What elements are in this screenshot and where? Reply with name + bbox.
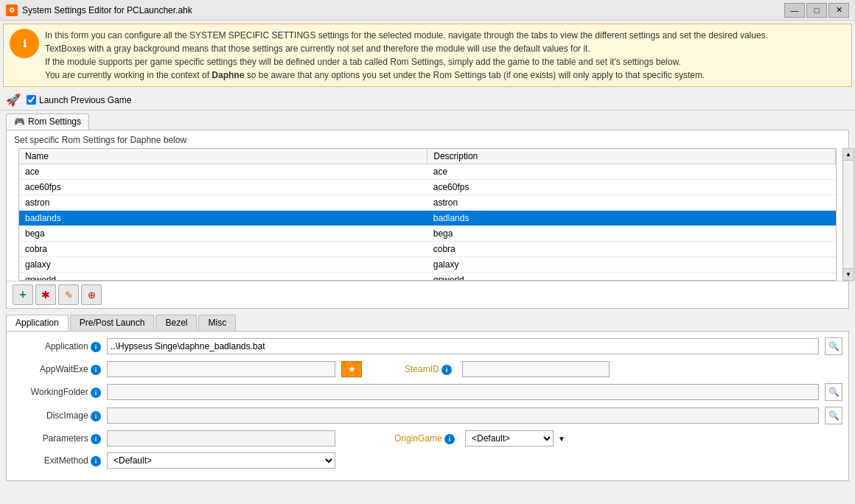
cell-description: badlands — [427, 211, 836, 226]
edit-row-button[interactable]: ✎ — [58, 284, 79, 305]
parameters-info-badge[interactable]: i — [91, 434, 101, 444]
rom-table-container[interactable]: Name Description aceaceace60fpsace60fpsa… — [18, 148, 837, 281]
exitmethod-select[interactable]: <Default> — [107, 452, 335, 469]
top-tabs: 🎮 Rom Settings — [0, 111, 855, 130]
tab-bezel[interactable]: Bezel — [156, 315, 197, 331]
info-text-block: In this form you can configure all the S… — [45, 29, 768, 82]
tab-misc-label: Misc — [208, 318, 226, 328]
edit-icon: ✎ — [65, 290, 73, 301]
table-row[interactable]: gpworldgpworld — [19, 273, 836, 281]
table-scrollbar[interactable]: ▲ ▼ — [842, 148, 854, 281]
cell-description: galaxy — [427, 257, 836, 273]
title-bar: ⚙ System Settings Editor for PCLauncher.… — [0, 0, 855, 21]
cell-name: ace60fps — [19, 180, 427, 195]
steamid-label: SteamID i — [368, 364, 456, 375]
tab-rom-settings-label: Rom Settings — [28, 116, 81, 127]
discimage-label: DiscImage i — [13, 410, 101, 421]
launch-previous-checkbox[interactable] — [27, 95, 36, 105]
cell-name: astron — [19, 195, 427, 211]
maximize-button[interactable]: □ — [806, 3, 827, 18]
info-line-2: TextBoxes with a gray background means t… — [45, 42, 768, 55]
scroll-up-btn[interactable]: ▲ — [843, 149, 854, 161]
discimage-search-icon: 🔍 — [828, 410, 840, 421]
tab-rom-settings[interactable]: 🎮 Rom Settings — [6, 113, 89, 130]
tab-application[interactable]: Application — [6, 315, 69, 331]
tab-pre-post-launch[interactable]: Pre/Post Launch — [70, 315, 155, 331]
steamid-info-badge[interactable]: i — [442, 365, 452, 375]
tab-misc[interactable]: Misc — [198, 315, 236, 331]
cell-description: ace — [427, 164, 836, 180]
rom-table: Name Description aceaceace60fpsace60fpsa… — [19, 149, 836, 281]
appwaitexe-star-button[interactable]: ★ — [341, 361, 362, 377]
discimage-info-badge[interactable]: i — [91, 411, 101, 421]
cell-name: ace — [19, 164, 427, 180]
appwaitexe-label: AppWaitExe i — [13, 364, 101, 375]
bottom-form: Application i 🔍 AppWaitExe i ★ SteamID i… — [6, 331, 849, 481]
table-row[interactable]: astronastron — [19, 195, 836, 211]
workingfolder-label: WorkingFolder i — [13, 387, 101, 398]
discimage-row: DiscImage i 🔍 — [13, 407, 842, 424]
table-row[interactable]: badlandsbadlands — [19, 211, 836, 226]
search-icon: 🔍 — [828, 341, 840, 351]
info-panel: ℹ In this form you can configure all the… — [3, 24, 852, 87]
application-row: Application i 🔍 — [13, 337, 842, 355]
close-button[interactable]: ✕ — [828, 3, 849, 18]
rom-settings-label: Set specific Rom Settings for Daphne bel… — [7, 130, 848, 148]
discimage-search-button[interactable]: 🔍 — [825, 407, 842, 424]
window-title: System Settings Editor for PCLauncher.ah… — [22, 5, 192, 15]
info-icon: ℹ — [10, 29, 39, 58]
tab-rom-settings-icon: 🎮 — [14, 116, 25, 127]
workingfolder-row: WorkingFolder i 🔍 — [13, 383, 842, 401]
info-icon-container: ℹ — [10, 29, 39, 58]
application-info-badge[interactable]: i — [91, 342, 101, 352]
workingfolder-search-icon: 🔍 — [828, 387, 840, 397]
appwaitexe-row: AppWaitExe i ★ SteamID i — [13, 361, 842, 377]
rocket-icon: 🚀 — [6, 93, 21, 107]
col-header-name: Name — [19, 149, 427, 164]
minimize-button[interactable]: — — [784, 3, 805, 18]
parameters-label: Parameters i — [13, 433, 101, 444]
add-row-button[interactable]: + — [13, 284, 33, 305]
cell-description: astron — [427, 195, 836, 211]
cell-name: cobra — [19, 242, 427, 257]
application-search-button[interactable]: 🔍 — [825, 337, 842, 355]
table-row[interactable]: cobracobra — [19, 242, 836, 257]
appwaitexe-info-badge[interactable]: i — [91, 365, 101, 375]
workingfolder-input[interactable] — [107, 384, 819, 400]
cell-description: ace60fps — [427, 180, 836, 195]
add-icon: + — [19, 288, 26, 301]
cell-description: cobra — [427, 242, 836, 257]
star-icon: ★ — [348, 364, 356, 374]
workingfolder-search-button[interactable]: 🔍 — [825, 383, 842, 401]
appwaitexe-input[interactable] — [107, 361, 335, 377]
exitmethod-info-badge[interactable]: i — [91, 456, 101, 466]
launch-previous-label[interactable]: Launch Previous Game — [27, 95, 131, 105]
workingfolder-info-badge[interactable]: i — [91, 388, 101, 398]
target-button[interactable]: ⊕ — [81, 284, 102, 305]
table-wrapper: Name Description aceaceace60fpsace60fpsa… — [13, 148, 842, 281]
tab-application-label: Application — [15, 318, 59, 328]
scroll-down-btn[interactable]: ▼ — [843, 268, 854, 280]
delete-row-button[interactable]: ✱ — [35, 284, 56, 305]
parameters-row: Parameters i OriginGame i <Default> ▼ — [13, 430, 842, 447]
launch-previous-text: Launch Previous Game — [39, 95, 131, 105]
steamid-input[interactable] — [462, 361, 610, 377]
discimage-input[interactable] — [107, 407, 819, 424]
origingame-select[interactable]: <Default> — [465, 430, 554, 447]
cell-name: gpworld — [19, 273, 427, 281]
title-bar-left: ⚙ System Settings Editor for PCLauncher.… — [6, 4, 192, 16]
target-icon: ⊕ — [88, 290, 96, 301]
table-row[interactable]: aceace — [19, 164, 836, 180]
application-input[interactable] — [107, 338, 819, 354]
cell-name: galaxy — [19, 257, 427, 273]
parameters-input[interactable] — [107, 430, 335, 447]
delete-icon: ✱ — [41, 289, 50, 301]
origingame-info-badge[interactable]: i — [444, 434, 455, 444]
info-line-4: You are currently working in the context… — [45, 69, 768, 82]
info-line-3: If the module supports per game specific… — [45, 55, 768, 69]
cell-name: bega — [19, 226, 427, 242]
origingame-dropdown-icon: ▼ — [558, 435, 565, 443]
table-row[interactable]: ace60fpsace60fps — [19, 180, 836, 195]
table-row[interactable]: begabega — [19, 226, 836, 242]
table-row[interactable]: galaxygalaxy — [19, 257, 836, 273]
